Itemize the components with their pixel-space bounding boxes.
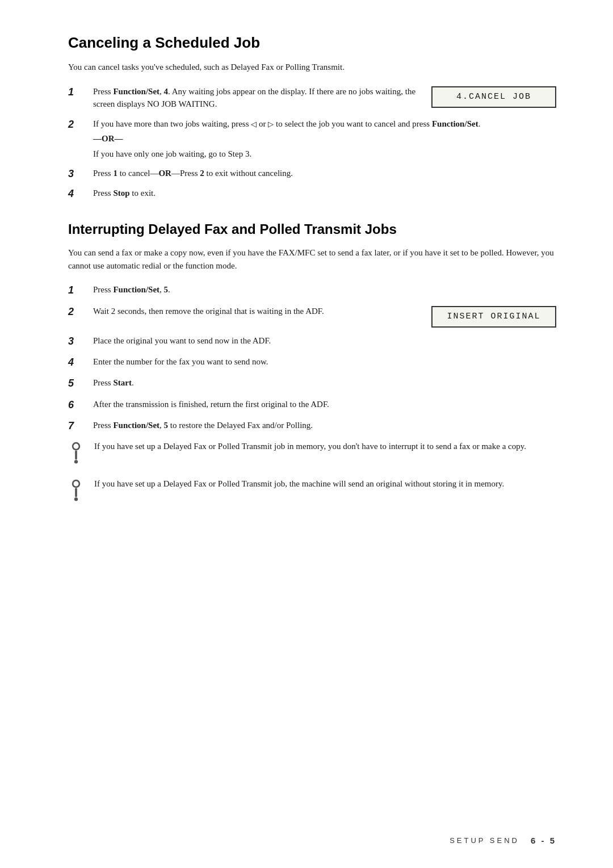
s2-step-7-bold-2: 5 xyxy=(164,421,169,430)
s2-step-number-2: 2 xyxy=(68,305,91,319)
s2-step-6-content: After the transmission is finished, retu… xyxy=(93,398,556,411)
s2-step-4-content: Enter the number for the fax you want to… xyxy=(93,355,556,368)
s2-step-3-content: Place the original you want to send now … xyxy=(93,334,556,347)
svg-point-7 xyxy=(74,497,78,501)
step-1-content: Press Function/Set, 4. Any waiting jobs … xyxy=(93,85,556,111)
s2-step-1-bold-2: 5 xyxy=(164,285,169,294)
s2-step-7-content: Press Function/Set, 5 to restore the Del… xyxy=(93,419,556,432)
section2-intro: You can send a fax or make a copy now, e… xyxy=(68,246,556,272)
section-canceling: Canceling a Scheduled Job You can cancel… xyxy=(68,34,556,201)
section1-step-2: 2 If you have more than two jobs waiting… xyxy=(68,118,556,161)
step-2-content: If you have more than two jobs waiting, … xyxy=(93,118,556,161)
s2-step-number-7: 7 xyxy=(68,419,91,433)
section2-step-1: 1 Press Function/Set, 5. xyxy=(68,283,556,297)
step-3-bold-or: OR xyxy=(158,169,171,178)
section1-title: Canceling a Scheduled Job xyxy=(68,34,556,52)
svg-point-3 xyxy=(74,460,78,463)
note-icon-1 xyxy=(68,441,89,466)
step-number-2: 2 xyxy=(68,118,91,132)
note-1: If you have set up a Delayed Fax or Poll… xyxy=(68,440,556,466)
step-1-bold-2: 4 xyxy=(164,87,169,96)
note-2: If you have set up a Delayed Fax or Poll… xyxy=(68,477,556,504)
section2-lcd-display: INSERT ORIGINAL xyxy=(431,306,556,328)
section2-step-2: 2 Wait 2 seconds, then remove the origin… xyxy=(68,305,556,328)
s2-step-5-bold: Start xyxy=(113,378,132,387)
section1-intro: You can cancel tasks you've scheduled, s… xyxy=(68,61,556,74)
section1-step-3: 3 Press 1 to cancel—OR—Press 2 to exit w… xyxy=(68,167,556,181)
step-4-content: Press Stop to exit. xyxy=(93,187,556,200)
footer-label: SETUP SEND xyxy=(450,836,519,845)
s2-step-7-bold-1: Function/Set xyxy=(113,421,159,430)
section2-step-4: 4 Enter the number for the fax you want … xyxy=(68,355,556,370)
s2-step-number-3: 3 xyxy=(68,334,91,349)
step-number-3: 3 xyxy=(68,167,91,181)
section2-step-7: 7 Press Function/Set, 5 to restore the D… xyxy=(68,419,556,433)
s2-step-2-text: Wait 2 seconds, then remove the original… xyxy=(93,305,420,318)
section2-step-5: 5 Press Start. xyxy=(68,376,556,391)
s2-step-1-bold-1: Function/Set xyxy=(113,285,159,294)
note-1-text: If you have set up a Delayed Fax or Poll… xyxy=(94,440,526,453)
s2-step-5-content: Press Start. xyxy=(93,376,556,389)
section1-step-1: 1 Press Function/Set, 4. Any waiting job… xyxy=(68,85,556,111)
step-4-bold: Stop xyxy=(113,188,129,198)
page: Canceling a Scheduled Job You can cancel… xyxy=(0,0,613,868)
step-2-subtext: If you have only one job waiting, go to … xyxy=(93,148,556,161)
section1-lcd-display: 4.CANCEL JOB xyxy=(431,86,556,108)
footer-page: 6 - 5 xyxy=(531,836,556,845)
step-number-1: 1 xyxy=(68,85,91,99)
svg-point-1 xyxy=(73,444,78,449)
left-arrow-icon: ◁ xyxy=(251,119,257,130)
step-1-bold-1: Function/Set xyxy=(113,87,159,96)
s2-step-1-content: Press Function/Set, 5. xyxy=(93,283,556,296)
step-1-text: Press Function/Set, 4. Any waiting jobs … xyxy=(93,85,420,111)
section1-step-4: 4 Press Stop to exit. xyxy=(68,187,556,201)
section2-step-6: 6 After the transmission is finished, re… xyxy=(68,398,556,412)
step-number-4: 4 xyxy=(68,187,91,201)
s2-step-2-content: Wait 2 seconds, then remove the original… xyxy=(93,305,556,328)
s2-step-number-5: 5 xyxy=(68,376,91,391)
section2-step-3: 3 Place the original you want to send no… xyxy=(68,334,556,349)
step-3-content: Press 1 to cancel—OR—Press 2 to exit wit… xyxy=(93,167,556,180)
right-arrow-icon: ▷ xyxy=(268,119,274,130)
s2-step-number-1: 1 xyxy=(68,283,91,297)
svg-rect-6 xyxy=(75,488,77,497)
note-icon-2 xyxy=(68,479,89,504)
step-3-bold-2: 2 xyxy=(200,169,204,178)
page-footer: SETUP SEND 6 - 5 xyxy=(450,836,556,845)
step-2-bold: Function/Set xyxy=(432,119,478,128)
s2-step-number-6: 6 xyxy=(68,398,91,412)
svg-point-5 xyxy=(73,481,78,487)
svg-rect-2 xyxy=(75,450,77,459)
or-line: —OR— xyxy=(93,132,556,145)
note-2-text: If you have set up a Delayed Fax or Poll… xyxy=(94,477,504,490)
step-3-bold-1: 1 xyxy=(113,169,117,178)
section2-title: Interrupting Delayed Fax and Polled Tran… xyxy=(68,221,556,237)
s2-step-number-4: 4 xyxy=(68,355,91,370)
section-interrupting: Interrupting Delayed Fax and Polled Tran… xyxy=(68,221,556,504)
